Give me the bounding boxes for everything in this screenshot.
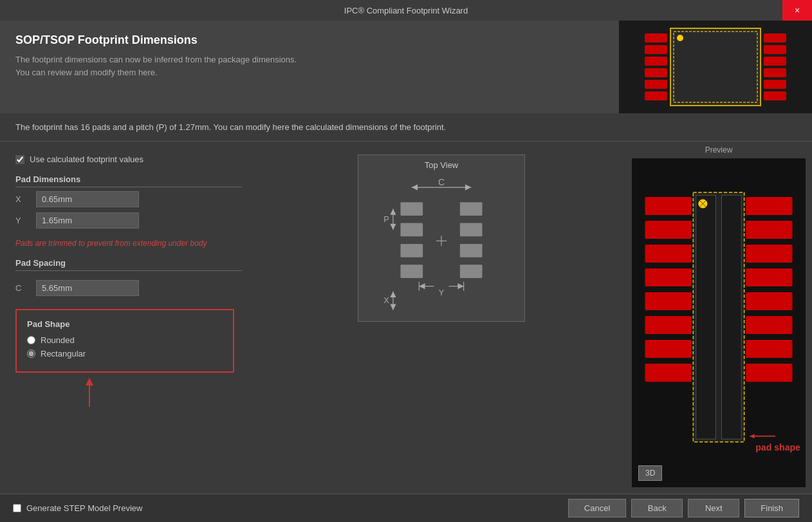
main-content: SOP/TSOP Footprint Dimensions The footpr… [0,21,812,522]
svg-marker-45 [457,283,463,289]
svg-rect-58 [645,245,691,263]
3d-button[interactable]: 3D [638,465,662,481]
svg-rect-27 [400,265,423,278]
pad-shape-box: Pad Shape Rounded Rectangular [15,309,234,373]
svg-text:Y: Y [439,288,445,297]
svg-rect-68 [746,292,792,310]
svg-rect-66 [746,245,792,263]
svg-rect-59 [645,268,691,286]
svg-rect-8 [764,33,786,42]
svg-rect-7 [645,91,667,100]
pad-dimensions-fields: X Y [15,191,242,228]
svg-rect-5 [645,68,667,77]
svg-marker-39 [390,292,396,297]
top-view-box: Top View C [358,154,525,322]
arrow-up-icon [80,378,99,410]
generate-step-label: Generate STEP Model Preview [26,503,142,513]
svg-rect-67 [746,268,792,286]
svg-marker-40 [390,304,396,310]
middle-panel: Top View C [257,142,625,494]
footer: Generate STEP Model Preview Cancel Back … [0,494,812,522]
pad-dimensions-label: Pad Dimensions [15,174,242,187]
title-bar: IPC® Compliant Footprint Wizard × [0,0,812,21]
rectangular-radio-row: Rectangular [27,349,223,359]
y-input[interactable] [36,212,139,228]
svg-text:P: P [383,215,389,224]
svg-rect-57 [645,221,691,239]
info-text: The footprint has 16 pads and a pitch (P… [15,122,446,132]
svg-marker-34 [390,224,396,230]
use-calculated-row: Use calculated footprint values [15,154,242,164]
svg-rect-9 [764,45,786,54]
y-field-row: Y [15,212,242,228]
header-desc2: You can review and modify them here. [15,66,604,79]
finish-button[interactable]: Finish [744,499,799,517]
header-image [619,21,812,113]
x-input[interactable] [36,191,139,207]
svg-rect-25 [400,223,423,237]
svg-marker-22 [465,184,471,190]
footer-left: Generate STEP Model Preview [13,503,142,513]
rounded-label: Rounded [41,335,75,345]
preview-canvas: pad shape 3D [632,158,806,487]
c-field-row: C [15,280,242,296]
pad-shape-title: Pad Shape [27,319,223,329]
svg-rect-62 [645,340,691,358]
c-input[interactable] [36,280,139,296]
warning-text: Pads are trimmed to prevent from extendi… [15,239,242,248]
svg-rect-64 [746,197,792,215]
pcb-preview-svg: pad shape [632,158,806,487]
svg-rect-26 [400,244,423,257]
svg-rect-28 [460,202,483,216]
x-field-row: X [15,191,242,207]
back-button[interactable]: Back [631,499,683,517]
svg-text:C: C [438,177,445,187]
title-bar-text: IPC® Compliant Footprint Wizard [344,6,468,15]
svg-text:pad shape: pad shape [755,442,800,452]
y-label: Y [15,216,28,225]
svg-rect-31 [460,265,483,278]
svg-rect-4 [645,57,667,66]
svg-rect-6 [645,80,667,89]
svg-rect-24 [400,202,423,216]
rounded-radio-row: Rounded [27,335,223,345]
left-panel: Use calculated footprint values Pad Dime… [0,142,257,494]
top-view-svg: C P [358,172,524,321]
svg-rect-2 [645,33,667,42]
next-button[interactable]: Next [688,499,739,517]
svg-rect-60 [645,292,691,310]
svg-point-15 [677,35,683,41]
svg-rect-70 [746,340,792,358]
arrow-container [80,378,242,410]
generate-step-checkbox[interactable] [13,504,21,512]
svg-rect-12 [764,80,786,89]
svg-rect-11 [764,68,786,77]
svg-rect-71 [746,364,792,382]
svg-rect-56 [645,197,691,215]
svg-rect-1 [670,28,761,106]
header-section: SOP/TSOP Footprint Dimensions The footpr… [0,21,812,113]
top-view-title: Top View [425,155,459,172]
use-calculated-label: Use calculated footprint values [30,154,143,164]
svg-rect-52 [721,195,741,439]
svg-rect-30 [460,244,483,257]
svg-rect-13 [764,91,786,100]
body-section: Use calculated footprint values Pad Dime… [0,142,812,494]
pad-spacing-section: Pad Spacing C [15,258,242,296]
svg-rect-65 [746,221,792,239]
svg-rect-69 [746,316,792,334]
pad-dimensions-section: Pad Dimensions X Y [15,174,242,228]
svg-rect-10 [764,57,786,66]
svg-rect-63 [645,364,691,382]
rounded-radio[interactable] [27,336,35,344]
x-label: X [15,194,28,204]
close-button[interactable]: × [782,0,812,21]
use-calculated-checkbox[interactable] [15,155,24,164]
rectangular-radio[interactable] [27,350,35,358]
info-bar: The footprint has 16 pads and a pitch (P… [0,113,812,142]
svg-marker-21 [412,184,418,190]
header-desc1: The footprint dimensions can now be infe… [15,53,604,66]
header-left: SOP/TSOP Footprint Dimensions The footpr… [0,21,619,113]
footer-right: Cancel Back Next Finish [568,499,799,517]
cancel-button[interactable]: Cancel [568,499,626,517]
